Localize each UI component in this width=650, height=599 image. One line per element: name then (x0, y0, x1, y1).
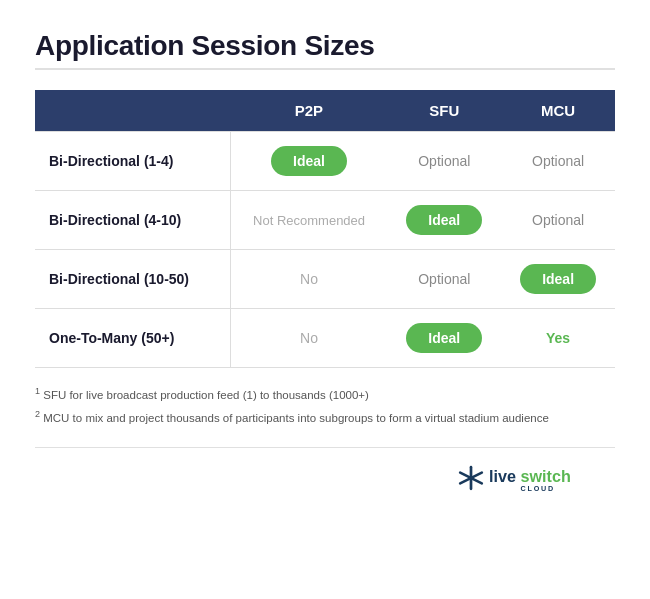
ideal-badge: Ideal (406, 205, 482, 235)
sfu-cell: Ideal (387, 191, 501, 250)
mcu-cell: Ideal (501, 250, 615, 309)
sfu-cell: Optional (387, 250, 501, 309)
page-title: Application Session Sizes (35, 30, 615, 62)
col-header-mcu: MCU (501, 90, 615, 132)
mcu-cell: Optional (501, 132, 615, 191)
svg-text:switch: switch (521, 466, 571, 484)
table-row: Bi-Directional (10-50)NoOptionalIdeal (35, 250, 615, 309)
row-label: Bi-Directional (1-4) (35, 132, 230, 191)
footnotes: 1 SFU for live broadcast production feed… (35, 384, 615, 429)
row-label: One-To-Many (50+) (35, 309, 230, 368)
mcu-cell: Yes (501, 309, 615, 368)
ideal-badge: Ideal (271, 146, 347, 176)
col-header-p2p: P2P (230, 90, 387, 132)
table-row: One-To-Many (50+)NoIdealYes (35, 309, 615, 368)
title-divider (35, 68, 615, 70)
sfu-cell: Optional (387, 132, 501, 191)
p2p-cell: Not Recommended (230, 191, 387, 250)
col-header-empty (35, 90, 230, 132)
row-label: Bi-Directional (10-50) (35, 250, 230, 309)
table-row: Bi-Directional (4-10)Not RecommendedIdea… (35, 191, 615, 250)
liveswitch-logo: live switch CLOUD (453, 460, 615, 496)
sfu-cell: Ideal (387, 309, 501, 368)
session-sizes-table: P2P SFU MCU Bi-Directional (1-4)IdealOpt… (35, 90, 615, 368)
col-header-sfu: SFU (387, 90, 501, 132)
ideal-badge: Ideal (520, 264, 596, 294)
footnote-2: 2 MCU to mix and project thousands of pa… (35, 407, 615, 428)
footnote-1: 1 SFU for live broadcast production feed… (35, 384, 615, 405)
row-label: Bi-Directional (4-10) (35, 191, 230, 250)
mcu-cell: Optional (501, 191, 615, 250)
logo-area: live switch CLOUD (35, 447, 615, 496)
svg-text:CLOUD: CLOUD (521, 483, 556, 492)
table-row: Bi-Directional (1-4)IdealOptionalOptiona… (35, 132, 615, 191)
p2p-cell: Ideal (230, 132, 387, 191)
ideal-badge: Ideal (406, 323, 482, 353)
p2p-cell: No (230, 250, 387, 309)
p2p-cell: No (230, 309, 387, 368)
svg-text:live: live (489, 466, 516, 484)
